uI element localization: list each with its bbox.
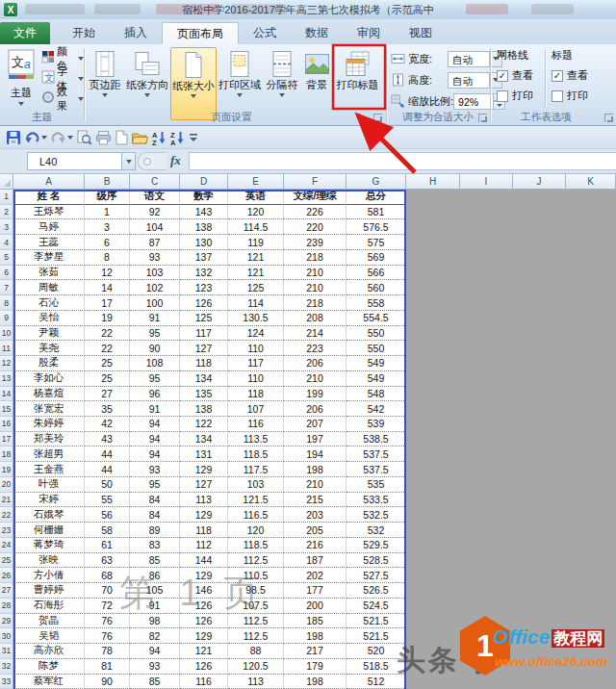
outside-print-area[interactable] xyxy=(406,507,616,523)
cell[interactable]: 566 xyxy=(346,266,406,281)
row-header-33[interactable]: 33 xyxy=(0,675,13,689)
column-header-K[interactable]: K xyxy=(566,174,616,190)
cell[interactable]: 殷柔 xyxy=(13,356,85,371)
outside-print-area[interactable] xyxy=(406,266,616,281)
insert-function-icon[interactable]: fx xyxy=(170,153,181,168)
cell[interactable]: 537.5 xyxy=(346,447,406,462)
page-setup-button-纸张方向[interactable]: 纸张方向 xyxy=(124,47,170,120)
outside-print-area[interactable] xyxy=(406,462,616,477)
cell[interactable]: 86 xyxy=(130,568,180,583)
cell[interactable]: 126 xyxy=(180,599,228,614)
cell[interactable]: 蒋梦琦 xyxy=(13,538,85,553)
cell[interactable]: 117 xyxy=(228,356,284,371)
cell[interactable]: 532 xyxy=(346,523,406,538)
cell[interactable]: 518.5 xyxy=(346,659,406,675)
cell[interactable]: 239 xyxy=(284,235,346,250)
cell[interactable]: 方小倩 xyxy=(13,568,85,583)
row-header-25[interactable]: 25 xyxy=(0,553,13,569)
cell[interactable]: 560 xyxy=(346,280,406,295)
cell[interactable]: 214 xyxy=(284,326,346,342)
cell[interactable]: 548 xyxy=(346,387,406,402)
cell[interactable]: 116 xyxy=(180,675,228,689)
cell[interactable]: 118.5 xyxy=(228,538,284,553)
cell[interactable]: 马婷 xyxy=(13,219,85,235)
row-header-8[interactable]: 8 xyxy=(0,295,13,311)
cell[interactable]: 112.5 xyxy=(228,628,284,644)
cell[interactable]: 129 xyxy=(180,628,228,644)
cell[interactable]: 95 xyxy=(130,326,180,342)
cell[interactable]: 126 xyxy=(180,614,228,629)
cell[interactable]: 110 xyxy=(228,371,284,387)
cell[interactable]: 108 xyxy=(130,356,180,371)
checkbox-网格线-查看[interactable]: ✓查看 xyxy=(497,68,547,83)
page-setup-button-纸张大小[interactable]: 纸张大小 xyxy=(170,47,217,120)
cell[interactable]: 112 xyxy=(180,538,228,553)
cell[interactable]: 527.5 xyxy=(346,568,406,583)
cell[interactable]: 文综/理综 xyxy=(284,190,346,205)
row-header-15[interactable]: 15 xyxy=(0,401,13,417)
row-header-7[interactable]: 7 xyxy=(0,280,13,295)
cell[interactable]: 120 xyxy=(228,205,284,220)
row-header-23[interactable]: 23 xyxy=(0,523,13,538)
row-header-9[interactable]: 9 xyxy=(0,311,13,326)
cell[interactable]: 123 xyxy=(180,280,228,295)
dropdown-宽度[interactable]: 自动 xyxy=(448,51,502,67)
cell[interactable]: 78 xyxy=(85,644,130,659)
row-header-4[interactable]: 4 xyxy=(0,235,13,250)
cell[interactable]: 529.5 xyxy=(346,538,406,553)
outside-print-area[interactable] xyxy=(406,493,616,508)
cell[interactable]: 83 xyxy=(130,538,180,553)
cell[interactable]: 43 xyxy=(85,432,130,447)
page-setup-dialog-launcher[interactable] xyxy=(373,114,382,122)
outside-print-area[interactable] xyxy=(406,659,616,675)
cell[interactable]: 95 xyxy=(130,477,180,493)
cell[interactable]: 113 xyxy=(228,675,284,689)
tab-插入[interactable]: 插入 xyxy=(110,22,162,44)
cell[interactable]: 226 xyxy=(284,205,346,220)
outside-print-area[interactable] xyxy=(406,583,616,599)
cell[interactable]: 107.5 xyxy=(228,599,284,614)
cell[interactable]: 118 xyxy=(228,387,284,402)
cell[interactable]: 87 xyxy=(130,235,180,250)
cell[interactable]: 210 xyxy=(284,477,346,493)
outside-print-area[interactable] xyxy=(406,432,616,447)
outside-print-area[interactable] xyxy=(406,326,616,342)
cell[interactable]: 538.5 xyxy=(346,432,406,447)
tab-公式[interactable]: 公式 xyxy=(239,22,291,44)
cell[interactable]: 张茹 xyxy=(13,266,85,281)
cell[interactable]: 116.5 xyxy=(228,507,284,523)
name-box[interactable]: L40 xyxy=(27,152,122,170)
cell[interactable]: 117 xyxy=(180,326,228,342)
cell[interactable]: 81 xyxy=(85,659,130,675)
cell[interactable]: 207 xyxy=(284,417,346,432)
cell[interactable]: 22 xyxy=(85,326,130,342)
cell[interactable]: 张超男 xyxy=(13,447,85,462)
cell[interactable]: 122 xyxy=(180,417,228,432)
cell[interactable]: 何栅姗 xyxy=(13,523,85,538)
checkbox-标题-查看[interactable]: ✓查看 xyxy=(552,68,602,83)
cell[interactable]: 22 xyxy=(85,341,130,356)
outside-print-area[interactable] xyxy=(406,311,616,326)
cell[interactable]: 576.5 xyxy=(346,219,406,235)
sort-az-icon[interactable]: AZ xyxy=(151,130,167,145)
cell[interactable]: 贺晶 xyxy=(13,614,85,629)
cell[interactable]: 218 xyxy=(284,250,346,266)
cell[interactable]: 118 xyxy=(180,356,228,371)
cell[interactable]: 198 xyxy=(284,675,346,689)
cell[interactable]: 94 xyxy=(130,417,180,432)
cell[interactable]: 42 xyxy=(85,417,130,432)
cell[interactable]: 223 xyxy=(284,341,346,356)
cell[interactable]: 131 xyxy=(180,447,228,462)
cell[interactable]: 203 xyxy=(284,507,346,523)
cell[interactable]: 102 xyxy=(130,280,180,295)
themes-item-效果[interactable]: 效果 xyxy=(41,89,84,109)
row-header-18[interactable]: 18 xyxy=(0,447,13,462)
cell[interactable]: 89 xyxy=(130,523,180,538)
outside-print-area[interactable] xyxy=(406,568,616,583)
cell[interactable]: 537.5 xyxy=(346,462,406,477)
cell[interactable]: 68 xyxy=(85,568,130,583)
cell[interactable]: 127 xyxy=(180,477,228,493)
cell[interactable]: 12 xyxy=(85,266,130,281)
row-header-31[interactable]: 31 xyxy=(0,644,13,659)
cell[interactable]: 125 xyxy=(180,311,228,326)
